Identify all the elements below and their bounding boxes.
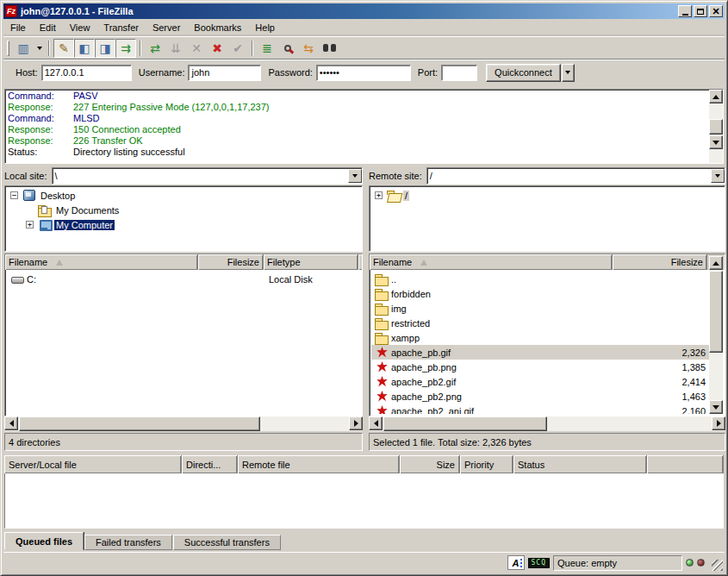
queue-column-label: Priority bbox=[464, 460, 494, 470]
speed-limit-badge-icon[interactable]: SCQ bbox=[528, 558, 550, 568]
scroll-right-button[interactable] bbox=[349, 416, 363, 430]
column-header-Filename[interactable]: Filename bbox=[5, 254, 198, 270]
port-input[interactable] bbox=[441, 65, 477, 81]
tree-item[interactable]: +/ bbox=[370, 188, 725, 203]
local-site-bar: Local site: \ bbox=[4, 166, 363, 185]
local-site-dropdown-button[interactable] bbox=[348, 169, 362, 183]
local-list-hscrollbar[interactable] bbox=[4, 416, 363, 431]
quickconnect-button[interactable]: Quickconnect bbox=[486, 64, 561, 82]
password-input[interactable] bbox=[316, 65, 411, 81]
menu-server[interactable]: Server bbox=[146, 20, 187, 35]
queue-column-header-server-local-file[interactable]: Server/Local file bbox=[4, 455, 182, 473]
column-header-Filetype[interactable]: Filetype bbox=[264, 254, 358, 270]
tab-successful-transfers[interactable]: Successful transfers bbox=[173, 535, 281, 550]
close-button[interactable]: ✕ bbox=[709, 5, 723, 17]
scrollbar-thumb[interactable] bbox=[709, 119, 723, 135]
column-header-Filesize[interactable]: Filesize bbox=[198, 254, 264, 270]
file-row[interactable]: apache_pb2.png1,463 bbox=[371, 389, 709, 404]
transfer-type-indicator-icon[interactable]: A bbox=[507, 555, 525, 570]
tree-item[interactable]: −Desktop bbox=[5, 188, 362, 203]
filter-button[interactable]: ≣ bbox=[257, 39, 277, 58]
scroll-right-button[interactable] bbox=[712, 416, 725, 430]
site-manager-button[interactable]: ▥ bbox=[13, 39, 34, 58]
directory-comparison-button[interactable] bbox=[319, 39, 339, 58]
queue-column-header-size[interactable]: Size bbox=[400, 455, 460, 473]
file-cell-name: apache_pb2_ani.gif bbox=[371, 404, 614, 414]
tree-item[interactable]: My Documents bbox=[5, 203, 362, 217]
log-line: Response:226 Transfer OK bbox=[8, 135, 707, 147]
queue-column-header[interactable] bbox=[647, 455, 724, 473]
remote-site-value: / bbox=[430, 171, 432, 181]
remote-list-vscrollbar[interactable] bbox=[709, 256, 723, 414]
file-row[interactable]: img bbox=[371, 301, 709, 316]
file-row[interactable]: apache_pb2.gif2,414 bbox=[371, 374, 709, 389]
tab-failed-transfers[interactable]: Failed transfers bbox=[84, 535, 172, 550]
file-row[interactable]: apache_pb2_ani.gif2,160 bbox=[371, 404, 709, 414]
process-queue-button[interactable]: ⇊ bbox=[165, 39, 186, 58]
toggle-remote-tree-button[interactable]: ◨ bbox=[95, 39, 115, 58]
expander-plus-icon[interactable]: + bbox=[375, 191, 383, 199]
scroll-left-button[interactable] bbox=[4, 416, 18, 430]
file-row[interactable]: xampp bbox=[371, 330, 709, 345]
menu-view[interactable]: View bbox=[63, 20, 97, 35]
expander-plus-icon[interactable]: + bbox=[26, 221, 34, 229]
file-row[interactable]: apache_pb.png1,385 bbox=[371, 360, 709, 374]
message-log-lines: Command:PASVResponse:227 Entering Passiv… bbox=[8, 91, 707, 158]
file-row[interactable]: .. bbox=[371, 272, 709, 286]
tree-item[interactable]: +My Computer bbox=[5, 217, 362, 232]
toggle-message-log-button[interactable]: ✎ bbox=[53, 39, 74, 58]
resize-grip[interactable] bbox=[712, 560, 723, 571]
reconnect-button[interactable]: ✔ bbox=[227, 39, 248, 58]
queue-column-header-directi---[interactable]: Directi... bbox=[182, 455, 238, 473]
scrollbar-thumb[interactable] bbox=[383, 416, 547, 431]
queue-column-header-remote-file[interactable]: Remote file bbox=[238, 455, 400, 473]
scrollbar-thumb[interactable] bbox=[709, 271, 723, 353]
file-row[interactable]: forbidden bbox=[371, 286, 709, 301]
queue-column-label: Status bbox=[518, 460, 544, 470]
arrow-up-icon bbox=[712, 261, 719, 266]
scroll-left-button[interactable] bbox=[369, 416, 383, 430]
file-name-label: apache_pb.gif bbox=[391, 347, 451, 358]
cancel-button[interactable]: ✕ bbox=[186, 39, 207, 58]
scroll-down-button[interactable] bbox=[709, 135, 723, 149]
scroll-up-button[interactable] bbox=[709, 90, 723, 103]
queue-column-header-status[interactable]: Status bbox=[513, 455, 647, 473]
toggle-local-tree-button[interactable]: ◧ bbox=[74, 39, 95, 58]
folder-icon bbox=[375, 273, 389, 285]
log-vscrollbar[interactable] bbox=[709, 90, 723, 163]
remote-list-hscrollbar[interactable] bbox=[369, 416, 725, 431]
menu-transfer[interactable]: Transfer bbox=[96, 20, 146, 35]
host-input[interactable] bbox=[41, 65, 132, 81]
quickconnect-dropdown-button[interactable] bbox=[562, 64, 575, 82]
column-header-Filesize[interactable]: Filesize bbox=[613, 254, 707, 270]
file-row[interactable]: C:Local Disk bbox=[7, 272, 360, 286]
expander-minus-icon[interactable]: − bbox=[10, 191, 18, 199]
file-row[interactable]: restricted bbox=[371, 316, 709, 330]
menu-help[interactable]: Help bbox=[248, 20, 282, 35]
file-cell-name: xampp bbox=[371, 330, 614, 345]
synchronized-browsing-button[interactable]: ⇆ bbox=[298, 39, 319, 58]
menu-file[interactable]: File bbox=[3, 20, 33, 35]
menu-edit[interactable]: Edit bbox=[33, 20, 63, 35]
queue-column-header-priority[interactable]: Priority bbox=[460, 455, 513, 473]
arrow-right-icon bbox=[717, 420, 721, 427]
refresh-button[interactable]: ⇄ bbox=[145, 39, 165, 58]
disconnect-button[interactable]: ✖ bbox=[207, 39, 227, 58]
remote-site-combo[interactable]: / bbox=[426, 167, 725, 185]
scrollbar-thumb[interactable] bbox=[19, 416, 260, 431]
column-header-Filename[interactable]: Filename bbox=[370, 254, 613, 270]
file-row[interactable]: apache_pb.gif2,326 bbox=[371, 345, 709, 360]
scroll-down-button[interactable] bbox=[709, 400, 723, 414]
file-search-button[interactable] bbox=[277, 39, 298, 58]
minimize-button[interactable] bbox=[678, 5, 692, 17]
username-input[interactable] bbox=[188, 65, 261, 81]
remote-site-dropdown-button[interactable] bbox=[711, 169, 725, 183]
tab-queued-files[interactable]: Queued files bbox=[4, 532, 84, 550]
scroll-up-button[interactable] bbox=[709, 256, 723, 270]
toggle-transfer-queue-button[interactable]: ⇉ bbox=[115, 39, 136, 58]
site-manager-dropdown-button[interactable] bbox=[34, 39, 45, 58]
menu-bookmarks[interactable]: Bookmarks bbox=[187, 20, 248, 35]
maximize-button[interactable] bbox=[694, 5, 707, 17]
local-site-combo[interactable]: \ bbox=[52, 167, 363, 185]
column-header-L[interactable]: L bbox=[358, 254, 363, 270]
